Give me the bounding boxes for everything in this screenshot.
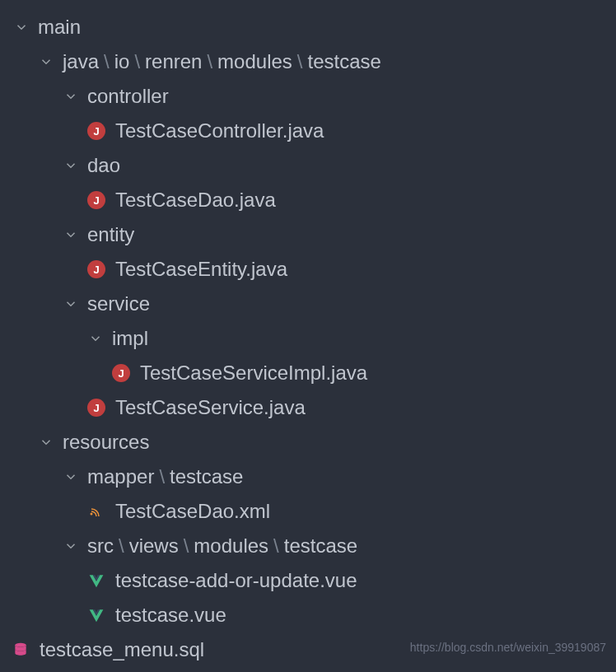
file-testcase-add-or-update-vue[interactable]: testcase-add-or-update.vue (0, 563, 616, 598)
folder-label: dao (87, 154, 120, 177)
folder-resources[interactable]: resources (0, 425, 616, 460)
folder-label: java\io\renren\modules\testcase (63, 50, 381, 73)
file-label: TestCaseController.java (115, 119, 324, 142)
file-label: TestCaseService.java (115, 396, 306, 419)
folder-java-path[interactable]: java\io\renren\modules\testcase (0, 44, 616, 79)
file-label: testcase.vue (115, 604, 226, 627)
chevron-down-icon (61, 86, 81, 106)
java-icon: J (87, 260, 105, 278)
vue-icon (87, 606, 105, 624)
chevron-down-icon (61, 156, 81, 175)
chevron-down-icon (86, 329, 105, 348)
folder-impl[interactable]: impl (0, 321, 616, 356)
file-label: testcase-add-or-update.vue (115, 569, 357, 592)
sql-icon (12, 641, 30, 659)
file-label: TestCaseDao.xml (115, 500, 270, 523)
java-icon: J (87, 122, 105, 140)
file-label: TestCaseServiceImpl.java (140, 362, 367, 385)
xml-icon (87, 502, 105, 520)
file-testcase-controller[interactable]: J TestCaseController.java (0, 114, 616, 148)
folder-label: main (38, 16, 81, 39)
chevron-down-icon (36, 52, 56, 72)
chevron-down-icon (36, 432, 56, 452)
chevron-down-icon (61, 467, 81, 487)
watermark: https://blog.csdn.net/weixin_39919087 (410, 641, 606, 654)
folder-main[interactable]: main (0, 10, 616, 44)
file-testcase-service[interactable]: J TestCaseService.java (0, 390, 616, 425)
java-icon: J (87, 191, 105, 209)
file-testcase-service-impl[interactable]: J TestCaseServiceImpl.java (0, 356, 616, 390)
vue-icon (87, 572, 105, 590)
file-testcase-vue[interactable]: testcase.vue (0, 598, 616, 632)
chevron-down-icon (61, 536, 81, 556)
folder-label: controller (87, 85, 169, 108)
java-icon: J (112, 364, 130, 382)
folder-service[interactable]: service (0, 287, 616, 321)
folder-entity[interactable]: entity (0, 217, 616, 252)
file-label: testcase_menu.sql (40, 638, 204, 661)
folder-label: service (87, 292, 150, 315)
folder-label: mapper\testcase (87, 465, 243, 488)
folder-controller[interactable]: controller (0, 79, 616, 114)
file-testcase-entity[interactable]: J TestCaseEntity.java (0, 252, 616, 287)
folder-label: entity (87, 223, 134, 246)
svg-point-0 (15, 643, 26, 647)
java-icon: J (87, 399, 105, 417)
chevron-down-icon (61, 225, 81, 245)
folder-label: resources (63, 431, 149, 454)
chevron-down-icon (12, 17, 31, 37)
file-label: TestCaseDao.java (115, 189, 276, 212)
chevron-down-icon (61, 294, 81, 314)
folder-label: impl (112, 327, 148, 350)
folder-label: src\views\modules\testcase (87, 534, 357, 558)
folder-views-path[interactable]: src\views\modules\testcase (0, 529, 616, 563)
file-testcase-dao-xml[interactable]: TestCaseDao.xml (0, 494, 616, 529)
file-testcase-dao[interactable]: J TestCaseDao.java (0, 183, 616, 217)
folder-mapper-path[interactable]: mapper\testcase (0, 460, 616, 494)
file-label: TestCaseEntity.java (115, 258, 287, 281)
folder-dao[interactable]: dao (0, 148, 616, 183)
